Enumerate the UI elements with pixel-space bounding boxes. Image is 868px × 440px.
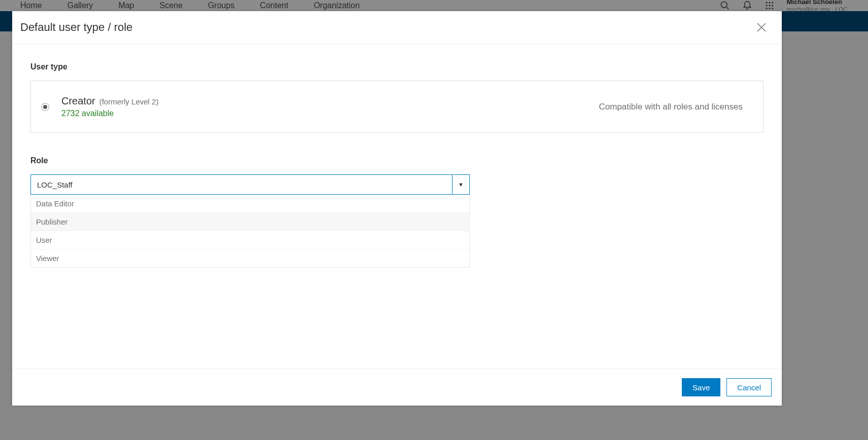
radio-selected-icon bbox=[43, 105, 47, 109]
user-type-compat: Compatible with all roles and licenses bbox=[599, 102, 743, 112]
role-option[interactable]: Publisher bbox=[31, 213, 469, 231]
role-option[interactable]: Data Editor bbox=[31, 195, 469, 213]
user-type-radio[interactable] bbox=[41, 103, 49, 111]
user-type-available: 2732 available bbox=[61, 109, 158, 118]
save-button[interactable]: Save bbox=[682, 378, 720, 396]
role-select-toggle[interactable]: LOC_Staff ▼ bbox=[30, 174, 470, 195]
user-type-title: Creator bbox=[61, 95, 95, 107]
role-option[interactable]: User bbox=[31, 231, 469, 249]
role-select[interactable]: LOC_Staff ▼ Data Editor Publisher User V… bbox=[30, 174, 470, 268]
user-type-label: User type bbox=[30, 62, 763, 71]
role-selected-value: LOC_Staff bbox=[31, 175, 452, 194]
chevron-down-icon: ▼ bbox=[452, 175, 469, 194]
role-option[interactable]: Viewer bbox=[31, 249, 469, 267]
default-user-type-modal: Default user type / role User type Creat… bbox=[12, 11, 782, 406]
modal-title: Default user type / role bbox=[20, 21, 132, 34]
close-icon bbox=[755, 21, 768, 33]
cancel-button[interactable]: Cancel bbox=[726, 378, 772, 396]
user-type-card[interactable]: Creator (formerly Level 2) 2732 availabl… bbox=[30, 81, 763, 133]
role-label: Role bbox=[30, 156, 763, 165]
user-type-info: Creator (formerly Level 2) 2732 availabl… bbox=[61, 95, 158, 118]
user-type-subtitle: (formerly Level 2) bbox=[99, 97, 159, 106]
role-options-list: Data Editor Publisher User Viewer bbox=[30, 195, 470, 268]
close-button[interactable] bbox=[753, 19, 770, 35]
modal-header: Default user type / role bbox=[12, 11, 782, 44]
modal-footer: Save Cancel bbox=[12, 369, 782, 406]
modal-body: User type Creator (formerly Level 2) 273… bbox=[12, 44, 782, 369]
